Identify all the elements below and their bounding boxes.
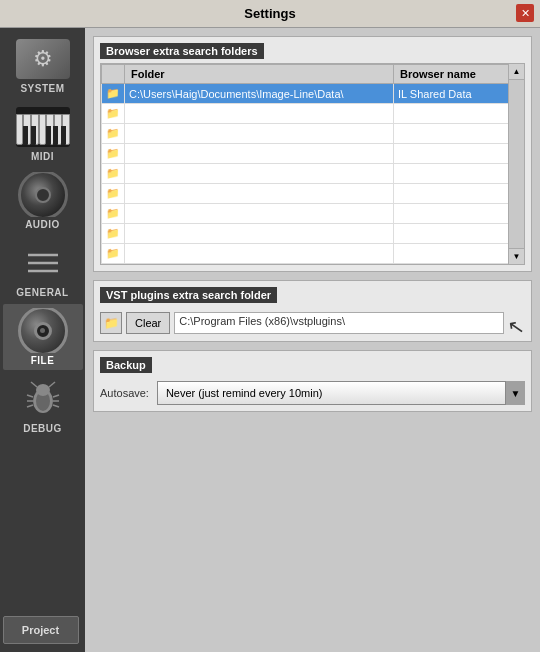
file-icon (13, 308, 73, 353)
sidebar-label-audio: AUDIO (25, 219, 60, 230)
browser-name-cell (394, 144, 524, 164)
browser-name-cell (394, 204, 524, 224)
debug-icon (13, 376, 73, 421)
browser-name-cell (394, 184, 524, 204)
folder-table-wrapper: Folder Browser name 📁C:\Users\Haig\Docum… (100, 63, 525, 265)
svg-line-7 (49, 382, 55, 387)
folder-icon-cell: 📁 (102, 84, 125, 104)
folder-icon-cell: 📁 (102, 204, 125, 224)
sidebar-item-general[interactable]: GENERAL (3, 236, 83, 302)
sidebar: ⚙ System (0, 28, 85, 652)
table-row[interactable]: 📁 (102, 104, 524, 124)
folder-path-cell (125, 144, 394, 164)
folder-icon: 📁 (106, 207, 120, 219)
folder-icon: 📁 (106, 87, 120, 99)
folder-path-cell (125, 204, 394, 224)
svg-line-8 (27, 395, 33, 397)
project-button[interactable]: Project (3, 616, 79, 644)
folder-path-cell (125, 124, 394, 144)
folder-icon: 📁 (106, 167, 120, 179)
browser-name-cell (394, 244, 524, 264)
sidebar-item-file[interactable]: FILE (3, 304, 83, 370)
browser-name-cell (394, 104, 524, 124)
backup-row: Autosave: Never (just remind every 10min… (100, 381, 525, 405)
folder-icon-cell: 📁 (102, 224, 125, 244)
folder-path-cell (125, 104, 394, 124)
sidebar-label-file: FILE (31, 355, 55, 366)
vst-path-display: C:\Program Files (x86)\vstplugins\ (174, 312, 504, 334)
autosave-select[interactable]: Never (just remind every 10min)Every 5 m… (157, 381, 525, 405)
folder-path-cell (125, 184, 394, 204)
system-icon: ⚙ (13, 36, 73, 81)
sidebar-item-system[interactable]: ⚙ System (3, 32, 83, 98)
folder-path-cell: C:\Users\Haig\Documents\Image-Line\Data\ (125, 84, 394, 104)
vst-clear-button[interactable]: Clear (126, 312, 170, 334)
browser-name-cell (394, 164, 524, 184)
vst-folder-button[interactable]: 📁 (100, 312, 122, 334)
folder-path-cell (125, 244, 394, 264)
folder-icon-cell: 📁 (102, 104, 125, 124)
content-area: Browser extra search folders Folder Brow… (85, 28, 540, 652)
svg-point-5 (36, 384, 50, 396)
vst-row: 📁 Clear C:\Program Files (x86)\vstplugin… (100, 311, 525, 335)
table-row[interactable]: 📁 (102, 184, 524, 204)
folder-icon: 📁 (106, 247, 120, 259)
sidebar-item-audio[interactable]: AUDIO (3, 168, 83, 234)
audio-icon (13, 172, 73, 217)
svg-line-13 (53, 405, 59, 407)
folder-icon: 📁 (106, 187, 120, 199)
table-row[interactable]: 📁C:\Users\Haig\Documents\Image-Line\Data… (102, 84, 524, 104)
folder-icon-cell: 📁 (102, 124, 125, 144)
scrollbar-down-button[interactable]: ▼ (509, 248, 524, 264)
browser-name-cell (394, 224, 524, 244)
scrollbar-up-button[interactable]: ▲ (509, 64, 524, 80)
browser-section: Browser extra search folders Folder Brow… (93, 36, 532, 272)
folder-icon: 📁 (106, 147, 120, 159)
folder-icon: 📁 (106, 107, 120, 119)
vst-section-label: VST plugins extra search folder (100, 287, 277, 303)
sidebar-bottom: Project (3, 616, 83, 644)
table-row[interactable]: 📁 (102, 224, 524, 244)
close-button[interactable]: ✕ (516, 4, 534, 22)
folder-table-container: Folder Browser name 📁C:\Users\Haig\Docum… (101, 64, 524, 264)
table-row[interactable]: 📁 (102, 144, 524, 164)
table-row[interactable]: 📁 (102, 124, 524, 144)
window-title: Settings (244, 6, 295, 21)
midi-icon (13, 104, 73, 149)
sidebar-label-midi: MIDI (31, 151, 54, 162)
vst-section: VST plugins extra search folder 📁 Clear … (93, 280, 532, 342)
sidebar-item-midi[interactable]: MIDI (3, 100, 83, 166)
svg-line-11 (53, 395, 59, 397)
svg-line-10 (27, 405, 33, 407)
table-row[interactable]: 📁 (102, 204, 524, 224)
folder-icon-cell: 📁 (102, 144, 125, 164)
sidebar-item-debug[interactable]: DEBUG (3, 372, 83, 438)
sidebar-label-debug: DEBUG (23, 423, 62, 434)
folder-icon: 📁 (106, 227, 120, 239)
folder-path-cell (125, 224, 394, 244)
title-bar: Settings ✕ (0, 0, 540, 28)
table-row[interactable]: 📁 (102, 164, 524, 184)
sidebar-label-general: GENERAL (16, 287, 68, 298)
folder-icon-cell: 📁 (102, 244, 125, 264)
folder-table: Folder Browser name 📁C:\Users\Haig\Docum… (101, 64, 524, 264)
table-scrollbar[interactable]: ▲ ▼ (508, 64, 524, 264)
folder-icon: 📁 (106, 127, 120, 139)
autosave-label: Autosave: (100, 387, 149, 399)
th-browser-name: Browser name (394, 65, 524, 84)
table-row[interactable]: 📁 (102, 244, 524, 264)
th-folder: Folder (125, 65, 394, 84)
svg-line-6 (31, 382, 37, 387)
folder-icon-cell: 📁 (102, 164, 125, 184)
sidebar-label-system: System (20, 83, 64, 94)
autosave-select-wrapper[interactable]: Never (just remind every 10min)Every 5 m… (157, 381, 525, 405)
browser-section-label: Browser extra search folders (100, 43, 264, 59)
folder-icon-cell: 📁 (102, 184, 125, 204)
backup-section: Backup Autosave: Never (just remind ever… (93, 350, 532, 412)
vst-folder-icon: 📁 (104, 316, 119, 330)
backup-section-label: Backup (100, 357, 152, 373)
folder-path-cell (125, 164, 394, 184)
browser-name-cell (394, 124, 524, 144)
cursor-icon: ↖ (506, 314, 527, 341)
general-icon (13, 240, 73, 285)
